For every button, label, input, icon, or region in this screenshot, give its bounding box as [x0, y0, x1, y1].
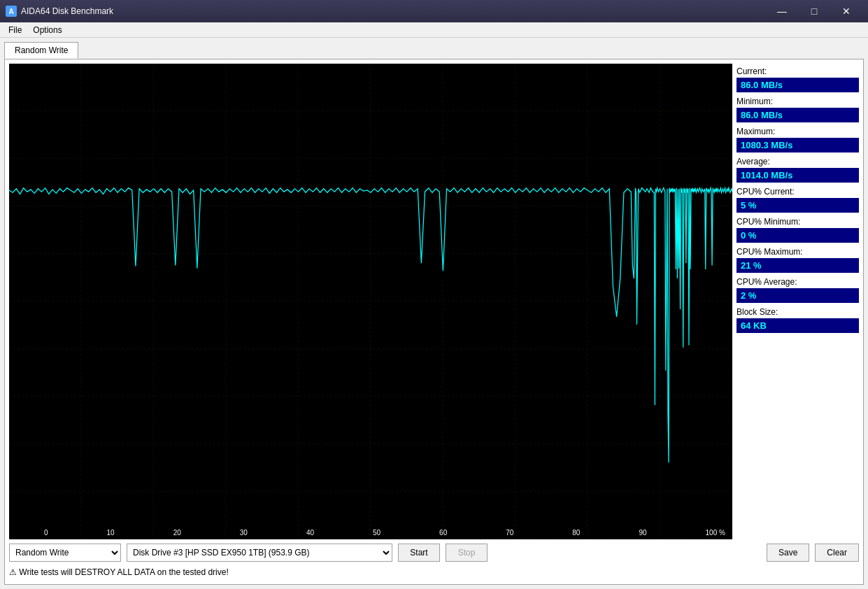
controls-row: Random Write Disk Drive #3 [HP SSD EX950… — [9, 539, 859, 565]
cpu-average-label: CPU% Average: — [737, 277, 859, 287]
average-value: 1014.0 MB/s — [737, 168, 859, 183]
average-label: Average: — [737, 157, 859, 166]
block-size-label: Block Size: — [737, 307, 859, 317]
menu-options[interactable]: Options — [27, 24, 67, 36]
stat-minimum: Minimum: 86.0 MB/s — [737, 97, 859, 122]
stats-panel: Current: 86.0 MB/s Minimum: 86.0 MB/s Ma… — [737, 64, 859, 539]
cpu-maximum-label: CPU% Maximum: — [737, 247, 859, 257]
minimize-button[interactable]: — — [766, 0, 798, 22]
x-label-30: 30 — [240, 529, 248, 537]
x-label-50: 50 — [373, 529, 380, 537]
block-size-value: 64 KB — [737, 318, 859, 333]
current-value: 86.0 MB/s — [737, 78, 859, 92]
stat-cpu-current: CPU% Current: 5 % — [737, 187, 859, 213]
menu-file[interactable]: File — [3, 24, 27, 36]
stop-button[interactable]: Stop — [446, 544, 488, 562]
cpu-average-value: 2 % — [737, 288, 859, 303]
x-label-60: 60 — [439, 529, 447, 537]
cpu-minimum-label: CPU% Minimum: — [737, 217, 859, 227]
current-label: Current: — [737, 66, 859, 76]
test-type-dropdown[interactable]: Random Write — [9, 544, 121, 562]
x-label-0: 0 — [44, 529, 48, 537]
tab-area: Random Write — [4, 42, 864, 59]
chart-svg — [9, 64, 732, 539]
maximize-button[interactable]: □ — [798, 0, 830, 22]
clear-button[interactable]: Clear — [815, 544, 859, 562]
tab-random-write[interactable]: Random Write — [4, 42, 78, 59]
x-label-10: 10 — [107, 529, 115, 537]
stat-current: Current: 86.0 MB/s — [737, 66, 859, 92]
stat-block-size: Block Size: 64 KB — [737, 307, 859, 333]
x-label-20: 20 — [173, 529, 181, 537]
main-content: Random Write 1251 1112 973 834 695 556 4… — [0, 38, 868, 589]
stat-cpu-maximum: CPU% Maximum: 21 % — [737, 247, 859, 273]
x-label-70: 70 — [506, 529, 513, 537]
x-label-100: 100 % — [706, 529, 725, 537]
app-icon: A — [6, 6, 17, 17]
cpu-current-value: 5 % — [737, 198, 859, 213]
minimum-label: Minimum: — [737, 97, 859, 106]
close-button[interactable]: ✕ — [830, 0, 862, 22]
window-title: AIDA64 Disk Benchmark — [21, 6, 766, 16]
menu-bar: File Options — [0, 22, 868, 38]
stat-maximum: Maximum: 1080.3 MB/s — [737, 127, 859, 152]
x-label-80: 80 — [572, 529, 580, 537]
stat-cpu-minimum: CPU% Minimum: 0 % — [737, 217, 859, 243]
warning-row: ⚠ Write tests will DESTROY ALL DATA on t… — [9, 565, 859, 580]
drive-dropdown[interactable]: Disk Drive #3 [HP SSD EX950 1TB] (953.9 … — [127, 544, 392, 562]
cpu-current-label: CPU% Current: — [737, 187, 859, 197]
start-button[interactable]: Start — [398, 544, 440, 562]
save-button[interactable]: Save — [767, 544, 809, 562]
maximum-value: 1080.3 MB/s — [737, 138, 859, 152]
stat-cpu-average: CPU% Average: 2 % — [737, 277, 859, 303]
x-axis-labels: 0 10 20 30 40 50 60 70 80 90 100 % — [44, 529, 725, 537]
content-panel: 1251 1112 973 834 695 556 417 278 139 0 … — [4, 59, 864, 585]
x-label-40: 40 — [306, 529, 314, 537]
chart-container: 1251 1112 973 834 695 556 417 278 139 0 … — [9, 64, 732, 539]
cpu-minimum-value: 0 % — [737, 228, 859, 243]
maximum-label: Maximum: — [737, 127, 859, 136]
chart-stats-row: 1251 1112 973 834 695 556 417 278 139 0 … — [9, 64, 859, 539]
title-bar: A AIDA64 Disk Benchmark — □ ✕ — [0, 0, 868, 22]
cpu-maximum-value: 21 % — [737, 258, 859, 273]
window-controls: — □ ✕ — [766, 0, 862, 22]
svg-rect-4 — [9, 64, 732, 539]
stat-average: Average: 1014.0 MB/s — [737, 157, 859, 183]
minimum-value: 86.0 MB/s — [737, 108, 859, 122]
warning-text: ⚠ Write tests will DESTROY ALL DATA on t… — [9, 567, 229, 577]
x-label-90: 90 — [639, 529, 646, 537]
